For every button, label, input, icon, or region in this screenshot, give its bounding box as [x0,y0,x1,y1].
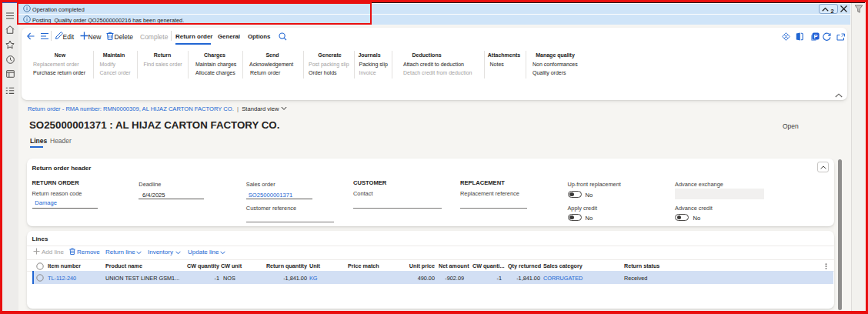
svg-text:P: P [814,32,818,39]
